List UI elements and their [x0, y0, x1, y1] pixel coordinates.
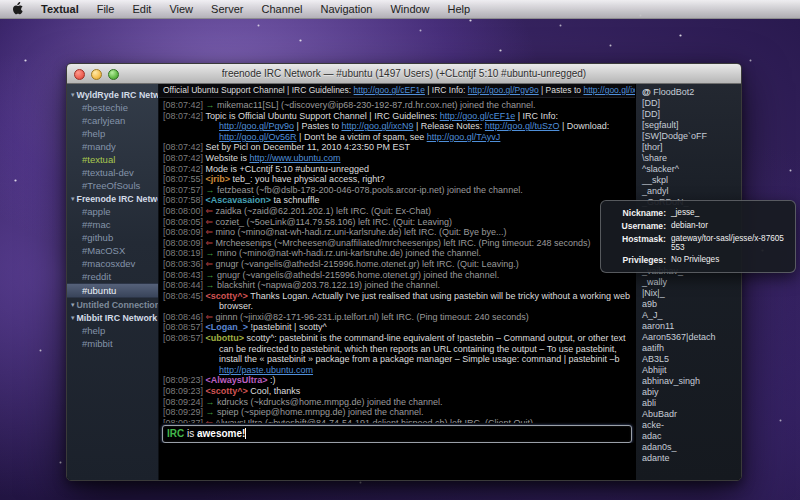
nickname[interactable]: <jrib>: [206, 174, 231, 184]
nickname[interactable]: <Ascavasaion>: [206, 195, 272, 205]
userlist-item[interactable]: abiy: [636, 387, 741, 398]
userlist-item[interactable]: _andyl: [636, 186, 741, 197]
sidebar-channel[interactable]: #carlyjean: [67, 114, 158, 127]
userlist-item[interactable]: adan0s_: [636, 442, 741, 453]
message-input[interactable]: IRC is awesome!: [162, 425, 632, 443]
menu-item-channel[interactable]: Channel: [252, 0, 311, 19]
userlist-item[interactable]: abli: [636, 398, 741, 409]
menu-item-view[interactable]: View: [160, 0, 202, 19]
nickname[interactable]: <ubottu>: [206, 333, 245, 343]
userlist-item[interactable]: ^slacker^: [636, 164, 741, 175]
sidebar-channel[interactable]: #github: [67, 231, 158, 244]
network-header[interactable]: ▾Freenode IRC Network: [67, 192, 158, 205]
userlist-item[interactable]: Abhijit: [636, 365, 741, 376]
leave-arrow-icon: ⇐: [206, 259, 216, 269]
sidebar-channel[interactable]: #TreeOfSouls: [67, 179, 158, 192]
user-nickname: [DD]: [642, 109, 660, 119]
url-link[interactable]: http://goo.gl/tuSzO: [485, 121, 560, 131]
chat-message: [08:08:57] <Logan_> !pastebinit | scotty…: [163, 322, 631, 333]
url-link[interactable]: http://goo.gl/ixcN9: [341, 121, 413, 131]
userlist-item[interactable]: [thor]: [636, 142, 741, 153]
url-link[interactable]: http://paste.ubuntu.com: [219, 365, 313, 375]
userlist-item[interactable]: aaron11: [636, 321, 741, 332]
message-text: Set by Picl on December 11, 2010 4:23:50…: [206, 142, 410, 152]
userlist-item[interactable]: [segfault]: [636, 120, 741, 131]
userlist-item[interactable]: AB3L5: [636, 354, 741, 365]
sidebar-channel[interactable]: #textual-dev: [67, 166, 158, 179]
userlist-item[interactable]: acke-: [636, 420, 741, 431]
nickname[interactable]: <Logan_>: [206, 322, 249, 332]
sidebar-channel[interactable]: #apple: [67, 205, 158, 218]
url-link[interactable]: http://goo.gl/Pgv9o: [468, 85, 539, 95]
url-link[interactable]: http://goo.gl/Pgv9o: [219, 121, 294, 131]
timestamp: [08:07:42]: [163, 100, 206, 110]
user-list[interactable]: @ FloodBot2[DD][DD][segfault][SW]Dodge`o…: [635, 84, 741, 481]
user-nickname: \share: [642, 153, 667, 163]
sidebar-channel[interactable]: #mandy: [67, 140, 158, 153]
menu-item-window[interactable]: Window: [381, 0, 438, 19]
url-link[interactable]: http://www.ubuntu.com: [249, 153, 340, 163]
userlist-item[interactable]: @ FloodBot2: [636, 87, 741, 98]
sidebar-channel[interactable]: #ubuntu: [67, 283, 158, 298]
userlist-item[interactable]: __skpl: [636, 175, 741, 186]
menu-item-navigation[interactable]: Navigation: [311, 0, 381, 19]
timestamp: [08:08:00]: [163, 206, 206, 216]
userlist-item[interactable]: adac: [636, 431, 741, 442]
userlist-item[interactable]: [DD]: [636, 109, 741, 120]
user-nickname: __skpl: [642, 175, 668, 185]
userlist-item[interactable]: adante: [636, 453, 741, 464]
sidebar-channel[interactable]: #reddit: [67, 270, 158, 283]
nickname[interactable]: <scotty^>: [206, 386, 248, 396]
nickname[interactable]: <AlwaysUltra>: [206, 375, 268, 385]
message-text: | Download:: [559, 121, 609, 131]
network-header[interactable]: ▾WyldRyde IRC Network: [67, 88, 158, 101]
channel-sidebar[interactable]: ▾WyldRyde IRC Network#bestechie#carlyjea…: [67, 84, 159, 481]
chat-message: [08:07:42] Set by Picl on December 11, 2…: [163, 142, 631, 153]
network-header[interactable]: ▾Mibbit IRC Network: [67, 311, 158, 324]
menu-item-edit[interactable]: Edit: [123, 0, 160, 19]
message-list[interactable]: [08:07:42] → mikemac11[SL] (~discovery@i…: [159, 98, 635, 423]
zoom-button[interactable]: [108, 69, 119, 80]
network-header[interactable]: ▾Untitled Connection: [67, 298, 158, 311]
sidebar-channel[interactable]: #mibbit: [67, 337, 158, 350]
sidebar-channel[interactable]: #help: [67, 127, 158, 140]
url-link[interactable]: http://goo.gl/Ov56R: [219, 132, 297, 142]
menu-item-textual[interactable]: Textual: [32, 0, 88, 19]
userlist-item[interactable]: a9b: [636, 299, 741, 310]
tooltip-label: Privileges:: [610, 255, 666, 265]
timestamp: [08:08:36]: [163, 259, 206, 269]
apple-menu[interactable]: [0, 2, 32, 17]
url-link[interactable]: http://goo.gl/cEF1e: [354, 85, 425, 95]
minimize-button[interactable]: [91, 69, 102, 80]
menu-item-help[interactable]: Help: [439, 0, 480, 19]
userlist-item[interactable]: [DD]: [636, 98, 741, 109]
sidebar-channel[interactable]: #MacOSX: [67, 244, 158, 257]
sidebar-channel[interactable]: ##mac: [67, 218, 158, 231]
url-link[interactable]: http://goo.gl/cEF1e: [440, 111, 516, 121]
userlist-item[interactable]: A_J_: [636, 310, 741, 321]
close-button[interactable]: [74, 69, 85, 80]
userlist-item[interactable]: AbuBadr: [636, 409, 741, 420]
userlist-item[interactable]: aatifh: [636, 343, 741, 354]
nickname[interactable]: <scotty^>: [206, 291, 248, 301]
timestamp: [08:07:42]: [163, 111, 205, 121]
menu-items: TextualFileEditViewServerChannelNavigati…: [32, 0, 479, 18]
sidebar-channel[interactable]: #bestechie: [67, 101, 158, 114]
menu-item-server[interactable]: Server: [202, 0, 252, 19]
sidebar-channel[interactable]: #macosxdev: [67, 257, 158, 270]
userlist-item[interactable]: abhinav_singh: [636, 376, 741, 387]
sidebar-channel[interactable]: #help: [67, 324, 158, 337]
userlist-item[interactable]: Aaron5367|detach: [636, 332, 741, 343]
url-link[interactable]: http://goo.gl/TAyvJ: [427, 132, 501, 142]
window-titlebar[interactable]: freenode IRC Network — #ubuntu (1497 Use…: [67, 64, 741, 84]
userlist-item[interactable]: [SW]Dodge`oFF: [636, 131, 741, 142]
user-nickname: _wally: [642, 277, 667, 287]
userlist-item[interactable]: |Nix|_: [636, 288, 741, 299]
sidebar-channel[interactable]: #textual: [67, 153, 158, 166]
menu-item-file[interactable]: File: [88, 0, 124, 19]
userlist-item[interactable]: _wally: [636, 277, 741, 288]
userlist-item[interactable]: \share: [636, 153, 741, 164]
timestamp: [08:08:43]: [163, 270, 206, 280]
timestamp: [08:09:37]: [163, 418, 206, 423]
url-link[interactable]: http://goo.gl/ixcN9: [583, 85, 635, 95]
